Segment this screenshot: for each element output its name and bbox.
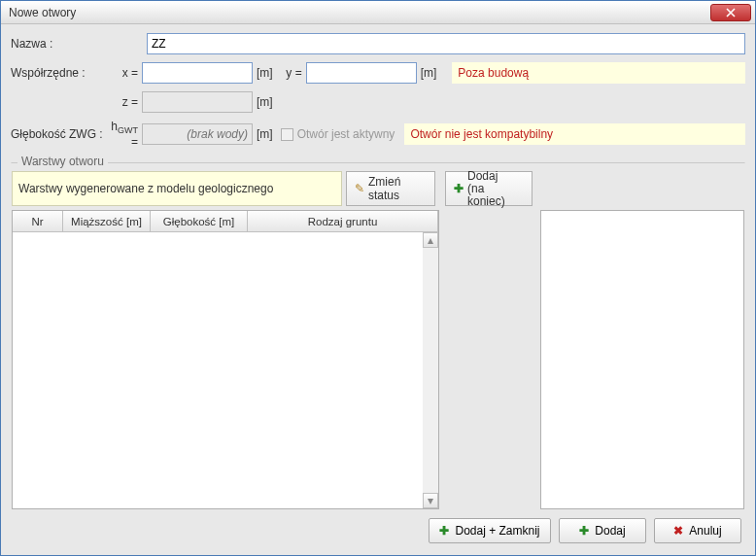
name-input[interactable] [147, 33, 745, 54]
dialog-window: Nowe otwory Nazwa : Współrzędne : x = [m… [0, 0, 756, 556]
layers-table: Nr Miąższość [m] Głębokość [m] Rodzaj gr… [12, 210, 439, 509]
coords-label: Współrzędne : [11, 66, 103, 80]
row-name: Nazwa : [11, 32, 745, 55]
titlebar: Nowe otwory [1, 1, 755, 24]
x-input[interactable] [142, 62, 253, 84]
plus-arrow-icon: ✚ [439, 524, 449, 538]
close-button[interactable] [710, 4, 751, 21]
grid-area: Nr Miąższość [m] Głębokość [m] Rodzaj gr… [12, 210, 744, 509]
col-nr: Nr [13, 211, 63, 231]
y-label: y = [279, 66, 306, 80]
warning-outside: Poza budową [452, 62, 745, 84]
x-label: x = [103, 66, 142, 80]
active-checkbox [281, 128, 293, 141]
y-unit: [m] [417, 66, 443, 80]
x-unit: [m] [253, 66, 279, 80]
window-title: Nowe otwory [9, 6, 76, 19]
row-xy: Współrzędne : x = [m] y = [m] Poza budow… [11, 61, 745, 85]
close-icon [726, 8, 736, 17]
pencil-icon: ✎ [355, 182, 364, 195]
side-panel [445, 210, 534, 509]
vertical-scrollbar[interactable]: ▴ ▾ [423, 232, 438, 508]
row-depth: Głębokość ZWG : hGWT = [m] Otwór jest ak… [11, 120, 745, 149]
depth-label: Głębokość ZWG : [11, 127, 103, 141]
layers-status-text: Warstwy wygenerowane z modelu geologiczn… [12, 171, 342, 206]
add-end-button[interactable]: ✚ Dodaj(na koniec) [445, 171, 533, 206]
col-thickness: Miąższość [m] [63, 211, 151, 231]
preview-panel [540, 210, 744, 509]
scroll-down-icon[interactable]: ▾ [423, 493, 438, 508]
layers-legend: Warstwy otworu [17, 155, 108, 168]
y-input[interactable] [306, 62, 417, 84]
cancel-button[interactable]: ✖ Anuluj [654, 518, 741, 543]
z-input [142, 91, 253, 113]
cancel-icon: ✖ [673, 524, 683, 538]
name-label: Nazwa : [11, 37, 103, 51]
dialog-body: Nazwa : Współrzędne : x = [m] y = [m] Po… [1, 24, 755, 555]
z-unit: [m] [253, 95, 279, 109]
layers-toolbar: Warstwy wygenerowane z modelu geologiczn… [12, 171, 744, 206]
active-label: Otwór jest aktywny [297, 127, 395, 141]
footer: ✚ Dodaj + Zamknij ✚ Dodaj ✖ Anuluj [11, 510, 745, 547]
hgwt-unit: [m] [253, 127, 279, 141]
table-header: Nr Miąższość [m] Głębokość [m] Rodzaj gr… [13, 211, 438, 232]
z-label: z = [103, 95, 142, 109]
warning-incompatible: Otwór nie jest kompatybilny [404, 123, 745, 145]
table-body[interactable]: ▴ ▾ [13, 232, 438, 508]
add-button[interactable]: ✚ Dodaj [559, 518, 646, 543]
col-depth: Głębokość [m] [151, 211, 248, 231]
change-status-button[interactable]: ✎ Zmień status [346, 171, 435, 206]
plus-icon: ✚ [454, 183, 464, 195]
hgwt-label: hGWT = [103, 120, 142, 149]
row-z: z = [m] [11, 90, 745, 114]
scroll-up-icon[interactable]: ▴ [423, 232, 438, 248]
col-soil: Rodzaj gruntu [248, 211, 438, 231]
hgwt-input [142, 123, 253, 145]
plus-icon: ✚ [579, 524, 589, 538]
add-close-button[interactable]: ✚ Dodaj + Zamknij [429, 518, 551, 543]
layers-fieldset: Warstwy otworu Warstwy wygenerowane z mo… [11, 162, 745, 510]
